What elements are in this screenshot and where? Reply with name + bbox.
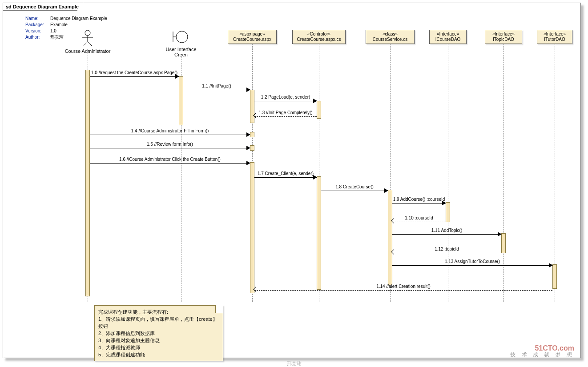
meta-author: 邢竞玮 <box>50 35 64 40</box>
stick-figure-icon <box>79 30 97 47</box>
note-line: 1、请求添加课程页面，填写课程表单，点击【create】按钮 <box>98 315 219 330</box>
meta-name-label: Name: <box>25 16 50 22</box>
message-1-3: 1.3 //Init Page Completely() <box>254 112 317 118</box>
svg-line-3 <box>83 42 88 46</box>
activation-bar <box>250 132 254 137</box>
activation-bar <box>317 176 321 290</box>
message-1-12: 1.12 :topicId <box>392 248 501 255</box>
activation-bar <box>501 233 506 253</box>
frame-title: sd Dequence Diagram Example <box>3 3 84 11</box>
svg-line-4 <box>88 42 92 46</box>
meta-package: Example <box>50 22 68 27</box>
activation-bar <box>388 190 392 285</box>
note-line: 5、完成课程创建功能 <box>98 351 219 358</box>
message-1-9: 1.9 AddCourse() :courseId <box>392 199 446 205</box>
diagram-note: 完成课程创建功能，主要流程有: 1、请求添加课程页面，填写课程表单，点击【cre… <box>94 305 223 361</box>
message-1-1: 1.1 //InitPage() <box>183 85 250 92</box>
activation-bar <box>250 162 254 293</box>
activation-bar <box>250 145 254 151</box>
message-1-2: 1.2 PageLoad(e, sender) <box>254 96 317 103</box>
message-1-7: 1.7 Create_Client(e, sender) <box>254 173 317 179</box>
message-1-0: 1.0 //request the CreateCourse.aspx Page… <box>90 72 179 78</box>
note-fold-icon <box>215 305 223 313</box>
lifeline-itutordao: «Interface» ITutorDAO <box>537 30 572 44</box>
boundary-circle-icon <box>172 29 190 45</box>
activation-bar <box>179 76 183 125</box>
meta-name: Dequence Diagram Example <box>50 16 107 21</box>
activation-bar <box>446 202 450 222</box>
activation-bar <box>250 90 254 123</box>
activation-bar <box>85 70 90 296</box>
svg-point-5 <box>176 31 188 43</box>
svg-point-0 <box>85 30 90 36</box>
sequence-diagram-frame: sd Dequence Diagram Example Name:Dequenc… <box>3 3 581 358</box>
lifeline-dash <box>555 44 555 302</box>
meta-version-label: Version: <box>25 28 50 34</box>
message-1-13: 1.13 AssignTutorToCourse() <box>392 261 552 267</box>
lifeline-createcourse-cs: «Controlor» CreateCourse.aspx.cs <box>292 30 346 44</box>
watermark-sub: 技 术 成 就 梦 想 <box>510 351 574 359</box>
message-1-11: 1.11 AddTopic() <box>392 230 501 236</box>
meta-version: 1.0 <box>50 28 56 33</box>
note-line: 3、向课程对象追加主题信息 <box>98 337 219 344</box>
message-1-14: 1.14 //alert Creation result() <box>254 286 552 292</box>
lifeline-createcourse-aspx: «aspx page» CreateCourse.aspx <box>228 30 277 44</box>
actor-icon <box>79 30 97 48</box>
activation-bar <box>317 101 321 119</box>
lifeline-courseservice: «class» CourseService.cs <box>366 30 415 44</box>
signature: 邢竞玮 <box>287 360 302 367</box>
boundary-label: User Interface Creen <box>159 45 203 57</box>
message-1-4: 1.4 //Course Administrator Fill in Form(… <box>90 130 250 136</box>
lifeline-itopicdao: «Interface» ITopicDAO <box>485 30 522 44</box>
note-title: 完成课程创建功能，主要流程有: <box>98 308 219 315</box>
meta-author-label: Author: <box>25 34 50 40</box>
message-1-5: 1.5 //Review form Info() <box>90 144 250 150</box>
message-1-8: 1.8 CreateCourse() <box>321 186 388 192</box>
boundary-icon <box>172 29 190 46</box>
activation-bar <box>552 264 557 289</box>
message-1-6: 1.6 //Course Administrator Click the Cre… <box>90 159 250 165</box>
lifeline-icoursedao: «Interface» ICourseDAO <box>429 30 467 44</box>
message-1-10: 1.10 :courseId <box>392 217 446 223</box>
meta-package-label: Package: <box>25 22 50 28</box>
note-line: 4、为课程指派教师 <box>98 344 219 351</box>
note-line: 2、添加课程信息到数据库 <box>98 330 219 337</box>
